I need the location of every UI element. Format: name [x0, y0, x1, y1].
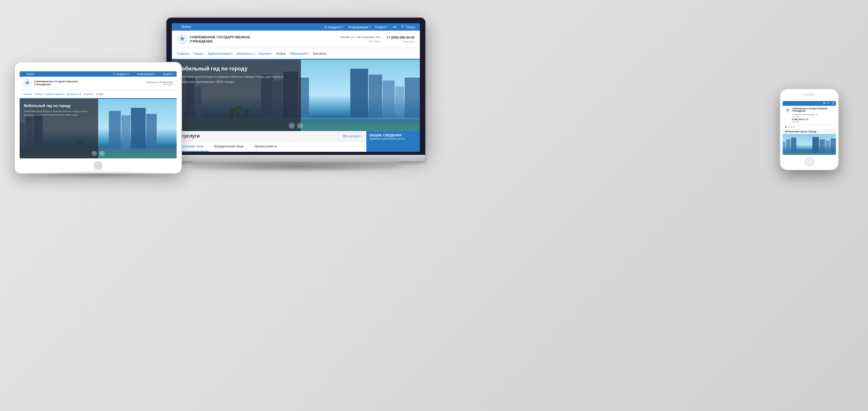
laptop-services-area: Госуслуги Все услуги › Физические лица Ю…: [172, 131, 366, 152]
laptop-search-btn[interactable]: 🔍 Поиск: [401, 25, 415, 29]
laptop-nav-purchases[interactable]: Закупки ▾: [259, 51, 272, 57]
laptop-hero-arrows: ‹ ›: [289, 123, 303, 129]
tablet-hero-arrows: ‹ ›: [92, 151, 105, 156]
coat-of-arms-icon: [23, 79, 32, 87]
tablet-nav: Главная Город ▾ Администрация ▾ Документ…: [20, 90, 177, 99]
tablet-hero: Мобильный гид по городу Памятники архите…: [20, 99, 177, 158]
tablet-logo: СОВРЕМЕННОЕ ГОСУДАРСТВЕННОЕ УЧРЕЖДЕНИЕ: [23, 79, 146, 87]
svg-rect-45: [783, 151, 836, 155]
phone-device: 👤 Aa 🔍 ☰ СОВРЕМЕННОЕ ГОСУДАРСТ: [780, 89, 838, 170]
tablet-home-button[interactable]: [94, 161, 102, 170]
chevron-down-icon: ▾: [387, 26, 388, 28]
laptop-nav-home[interactable]: Главная: [177, 51, 189, 57]
tablet-lang-btn[interactable]: English ▾: [163, 72, 174, 75]
tablet-nav-home[interactable]: Главная: [23, 92, 32, 97]
tablet-nav-admin[interactable]: Администрация ▾: [45, 92, 65, 97]
tablet-header: СОВРЕМЕННОЕ ГОСУДАРСТВЕННОЕ УЧРЕЖДЕНИЕ М…: [20, 77, 177, 90]
laptop-lang-btn[interactable]: English ▾: [375, 25, 388, 29]
svg-rect-29: [109, 111, 121, 150]
laptop-product-btn[interactable]: О продукте ▾: [324, 25, 343, 29]
tablet-hero-title: Мобильный гид по городу: [24, 104, 94, 108]
phone-menu-icon[interactable]: ☰: [832, 102, 834, 105]
phone-aa-icon[interactable]: Aa: [823, 102, 826, 105]
chevron-down-icon: ▾: [63, 92, 65, 96]
laptop-login-btn[interactable]: 👤 Войти: [177, 25, 191, 29]
prev-arrow-btn[interactable]: ‹: [289, 123, 295, 129]
laptop-org-name: СОВРЕМЕННОЕ ГОСУДАРСТВЕННОЕ УЧРЕЖДЕНИЕ: [190, 35, 250, 44]
laptop-all-services-link[interactable]: Все услуги ›: [343, 134, 362, 138]
tablet-nav-city[interactable]: Город ▾: [34, 92, 43, 97]
phone-screen: 👤 Aa 🔍 ☰ СОВРЕМЕННОЕ ГОСУДАРСТ: [783, 101, 836, 155]
svg-rect-11: [350, 69, 368, 119]
phone-frame: 👤 Aa 🔍 ☰ СОВРЕМЕННОЕ ГОСУДАРСТ: [780, 89, 838, 170]
laptop-shadow: [180, 161, 412, 173]
laptop-nav: Главная Город ▾ Администрация ▾ Документ…: [172, 48, 420, 60]
laptop-sidebar-panel: ОБЩИЕ СВЕДЕНИЯ Административный центр: [366, 131, 420, 152]
laptop-info-btn[interactable]: Информация ▾: [348, 25, 371, 29]
dot-2: [788, 126, 789, 128]
laptop-tab-legal[interactable]: Юридические лица: [209, 141, 249, 152]
prev-arrow-btn[interactable]: ‹: [92, 151, 97, 156]
laptop-nav-appeals[interactable]: Обращения ▾: [290, 51, 309, 57]
tablet-hero-overlay: Мобильный гид по городу Памятники архите…: [20, 99, 98, 158]
laptop-hero: Мобильный гид по городу Памятники архите…: [172, 60, 420, 131]
laptop-hero-desc: Памятники архитектуры и важные объекты г…: [177, 74, 296, 84]
chevron-down-icon: ▾: [80, 92, 81, 96]
phone-hero-image: [783, 134, 836, 155]
laptop-contact: Москва, ул. 2-ая Хуторская, 38А Наш адре…: [340, 35, 381, 43]
phone-org-info: СОВРЕМЕННОЕ ГОСУДАРСТВЕННОЕ УЧРЕЖДЕНИЕ у…: [792, 107, 834, 123]
search-icon: 🔍: [401, 25, 405, 29]
next-arrow-btn[interactable]: ›: [99, 151, 105, 156]
laptop-hero-overlay: Мобильный гид по городу Памятники архите…: [172, 60, 301, 131]
phone-home-button[interactable]: [805, 157, 814, 167]
laptop-nav-admin[interactable]: Администрация ▾: [208, 51, 232, 57]
dot-4: [793, 126, 795, 128]
laptop-phone: +7 (000) 000-00-00 Приёмная: [386, 35, 414, 44]
tablet-screen: 👤 Войти О продукте ▾ Информация ▾ Englis…: [20, 71, 177, 158]
laptop-hero-title: Мобильный гид по городу: [177, 66, 296, 72]
tablet-nav-docs[interactable]: Документы ▾: [67, 92, 81, 97]
laptop-nav-services[interactable]: Услуги: [276, 51, 285, 57]
chevron-down-icon: ▾: [343, 26, 344, 28]
laptop-sidebar-title: ОБЩИЕ СВЕДЕНИЯ: [369, 133, 417, 137]
tablet-nav-purchases[interactable]: Закупки ▾: [83, 92, 94, 97]
laptop-nav-contacts[interactable]: Контакты: [313, 51, 326, 57]
phone-search-icon[interactable]: 🔍: [827, 102, 830, 105]
phone-coat-of-arms-icon: [785, 107, 790, 113]
tablet-login-btn[interactable]: 👤 Войти: [23, 72, 34, 75]
laptop-tab-authorities[interactable]: Органы власти: [249, 141, 282, 152]
dot-3: [790, 126, 792, 128]
phone-address: ул. Красного Текстильщика, 10 Наш адрес …: [792, 113, 834, 123]
laptop-aa-btn[interactable]: Aa: [393, 26, 396, 29]
laptop-screen-inner: 👤 Войти О продукте ▾ Информация ▾: [172, 23, 420, 152]
chevron-down-icon: ▾: [92, 92, 94, 96]
phone-header: СОВРЕМЕННОЕ ГОСУДАРСТВЕННОЕ УЧРЕЖДЕНИЕ у…: [783, 106, 836, 125]
laptop-screen-outer: 👤 Войти О продукте ▾ Информация ▾: [166, 18, 425, 155]
phone-topbar: 👤 Aa 🔍 ☰: [783, 101, 836, 106]
laptop-logo: ⚜ СОВРЕМЕННОЕ ГОСУДАРСТВЕННОЕ УЧРЕЖДЕНИЕ: [177, 34, 340, 44]
next-arrow-btn[interactable]: ›: [297, 123, 303, 129]
svg-text:⚜: ⚜: [182, 41, 183, 43]
phone-hero-title: Мобильный гид по городу: [783, 129, 836, 134]
svg-rect-13: [383, 81, 395, 119]
tablet-frame: 👤 Войти О продукте ▾ Информация ▾ Englis…: [15, 62, 181, 173]
phone-carousel-dots: [783, 125, 836, 129]
phone-user-icon: 👤: [784, 102, 787, 105]
svg-rect-14: [395, 87, 404, 119]
chevron-down-icon: ▾: [253, 52, 254, 56]
user-icon: 👤: [23, 72, 26, 75]
laptop-services-title: Госуслуги: [176, 133, 343, 139]
svg-rect-32: [146, 114, 157, 150]
laptop-top-nav: О продукте ▾ Информация ▾ English ▾: [324, 25, 415, 29]
laptop-nav-city[interactable]: Город ▾: [193, 51, 204, 57]
tablet-product-btn[interactable]: О продукте ▾: [113, 72, 129, 75]
chevron-down-icon: ▾: [173, 73, 174, 75]
svg-rect-15: [405, 77, 420, 119]
laptop-nav-docs[interactable]: Документы ▾: [237, 51, 254, 57]
chevron-down-icon: ▾: [128, 73, 129, 75]
laptop-base: [166, 155, 425, 161]
tablet-info-btn[interactable]: Информация ▾: [137, 72, 155, 75]
dot-1: [785, 126, 786, 128]
tablet-hero-desc: Памятники архитектуры и важные объекты г…: [24, 110, 94, 117]
tablet-nav-services[interactable]: Услуги: [96, 92, 103, 97]
